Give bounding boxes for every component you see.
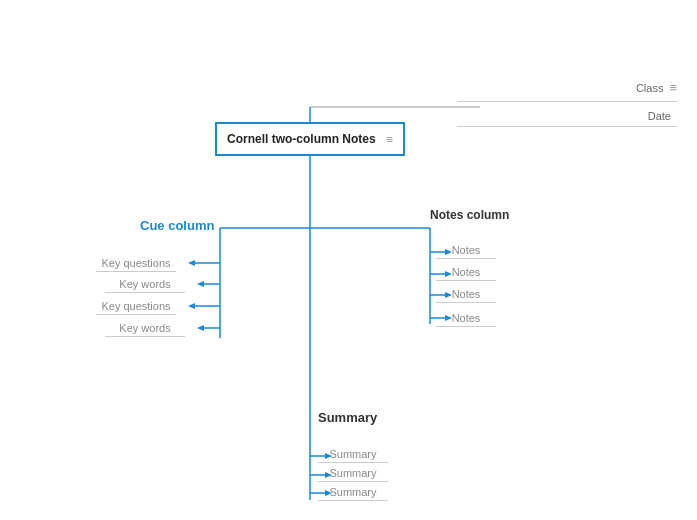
notes-column-label: Notes column: [430, 208, 509, 222]
summary-item-1-text: Summary: [318, 448, 388, 463]
central-node[interactable]: Cornell two-column Notes ≡: [215, 122, 405, 156]
summary-item-2-text: Summary: [318, 467, 388, 482]
note-item-4[interactable]: Notes: [436, 312, 496, 327]
date-underline: [457, 126, 677, 127]
svg-marker-4: [188, 260, 195, 266]
note-item-2[interactable]: Notes: [436, 266, 496, 281]
summary-item-2[interactable]: Summary: [318, 467, 388, 482]
header-area: Class ≡ Date: [457, 80, 677, 127]
note-item-1-text: Notes: [436, 244, 496, 259]
cue-item-2[interactable]: Key words: [105, 278, 185, 293]
page: Class ≡ Date Cornell two-column Notes ≡ …: [0, 0, 697, 520]
summary-item-3[interactable]: Summary: [318, 486, 388, 501]
summary-item-3-text: Summary: [318, 486, 388, 501]
note-item-4-text: Notes: [436, 312, 496, 327]
cue-item-3[interactable]: Key questions: [96, 300, 176, 315]
date-label: Date: [648, 110, 671, 122]
svg-marker-6: [197, 281, 204, 287]
cue-column-label: Cue column: [140, 218, 214, 233]
class-label: Class: [636, 82, 664, 94]
svg-marker-8: [188, 303, 195, 309]
cue-item-1-text: Key questions: [96, 257, 176, 272]
node-icon: ≡: [387, 133, 393, 145]
svg-marker-10: [197, 325, 204, 331]
summary-label: Summary: [318, 410, 377, 425]
cue-item-1[interactable]: Key questions: [96, 257, 176, 272]
note-item-3-text: Notes: [436, 288, 496, 303]
summary-item-1[interactable]: Summary: [318, 448, 388, 463]
note-item-3[interactable]: Notes: [436, 288, 496, 303]
note-item-2-text: Notes: [436, 266, 496, 281]
class-underline: [457, 101, 677, 102]
cue-item-4[interactable]: Key words: [105, 322, 185, 337]
note-item-1[interactable]: Notes: [436, 244, 496, 259]
cue-item-4-text: Key words: [105, 322, 185, 337]
central-node-text: Cornell two-column Notes: [227, 132, 376, 146]
hamburger-icon[interactable]: ≡: [669, 80, 677, 95]
cue-item-3-text: Key questions: [96, 300, 176, 315]
cue-item-2-text: Key words: [105, 278, 185, 293]
